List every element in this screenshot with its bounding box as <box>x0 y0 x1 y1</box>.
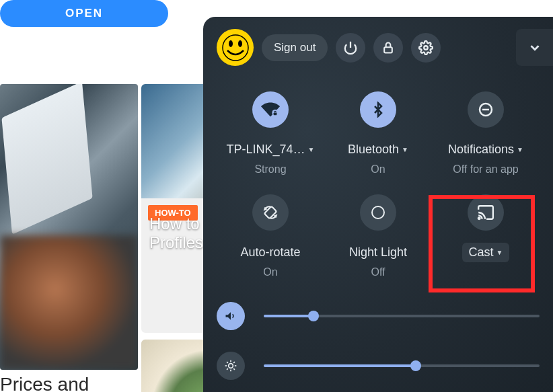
tile-label-text: Bluetooth <box>348 143 399 157</box>
svg-point-10 <box>372 206 384 219</box>
tile-sub: On <box>263 266 277 278</box>
volume-icon-button[interactable] <box>217 302 245 330</box>
tile-label-text: Cast <box>469 245 494 260</box>
brightness-icon-button[interactable] <box>217 352 245 380</box>
dropdown-arrow-icon: ▼ <box>402 146 408 153</box>
partial-headline: Prices and <box>0 374 89 392</box>
tile-label[interactable]: Bluetooth ▼ <box>341 140 415 159</box>
tile-label-text: Notifications <box>448 143 514 157</box>
tile-night-light[interactable]: Night Light Off <box>324 194 432 278</box>
svg-line-18 <box>233 368 235 370</box>
svg-point-11 <box>478 217 480 219</box>
gear-icon <box>418 40 433 55</box>
tile-label[interactable]: Notifications ▼ <box>441 140 530 159</box>
dropdown-arrow-icon: ▼ <box>517 146 523 153</box>
brightness-slider-row <box>217 352 540 380</box>
tile-label[interactable]: Night Light <box>342 243 414 262</box>
collapse-button[interactable] <box>516 29 553 66</box>
power-icon <box>343 40 358 55</box>
svg-line-17 <box>227 362 228 363</box>
power-button[interactable] <box>336 33 365 63</box>
brightness-icon <box>224 359 237 373</box>
wifi-icon <box>252 91 289 128</box>
dropdown-arrow-icon: ▼ <box>496 249 503 256</box>
quick-settings-panel: Sign out <box>203 17 553 392</box>
notifications-icon <box>468 91 504 128</box>
smiley-icon <box>222 34 249 61</box>
quick-settings-grid: TP-LINK_74… ▼ Strong Bluetooth ▼ On <box>217 91 540 278</box>
svg-point-12 <box>229 364 233 368</box>
tile-sub: Off <box>371 266 385 278</box>
svg-rect-6 <box>274 113 277 116</box>
tile-sub: On <box>371 163 385 175</box>
tile-label-text: Night Light <box>349 245 407 260</box>
background-content: HOW-TO How to Profiles HOW-TO Prices and <box>0 74 202 392</box>
avatar[interactable] <box>217 29 254 66</box>
lock-icon <box>381 41 395 54</box>
volume-slider[interactable] <box>264 315 540 317</box>
svg-point-0 <box>223 35 248 61</box>
tile-cast[interactable]: Cast ▼ <box>432 194 540 278</box>
bluetooth-icon <box>360 91 396 128</box>
volume-slider-row <box>217 302 540 330</box>
lock-button[interactable] <box>373 33 403 63</box>
brightness-slider[interactable] <box>264 364 540 367</box>
svg-line-20 <box>233 362 235 363</box>
tile-label-text: Auto-rotate <box>240 245 300 260</box>
settings-button[interactable] <box>411 33 441 63</box>
svg-line-19 <box>227 368 228 370</box>
tile-auto-rotate[interactable]: Auto-rotate On <box>217 194 324 278</box>
dropdown-arrow-icon: ▼ <box>308 146 315 153</box>
quick-settings-top-row: Sign out <box>217 29 540 66</box>
cast-icon <box>468 194 504 231</box>
tile-sub: Strong <box>254 163 286 175</box>
sign-out-button[interactable]: Sign out <box>262 34 328 61</box>
volume-icon <box>224 309 237 323</box>
tile-label[interactable]: TP-LINK_74… ▼ <box>220 140 322 159</box>
chevron-down-icon <box>527 40 542 55</box>
tile-sub: Off for an app <box>453 163 519 175</box>
svg-point-2 <box>238 40 242 47</box>
tile-label-text: TP-LINK_74… <box>227 143 305 157</box>
tile-bluetooth[interactable]: Bluetooth ▼ On <box>324 91 432 175</box>
night-light-icon <box>360 194 396 231</box>
svg-point-4 <box>425 46 429 50</box>
card-title: How to Profiles <box>141 208 211 259</box>
svg-rect-3 <box>385 47 393 52</box>
auto-rotate-icon <box>252 194 289 231</box>
open-button[interactable]: OPEN <box>0 0 168 27</box>
svg-point-1 <box>229 40 233 47</box>
sliders-section <box>217 302 540 380</box>
photo-laptop <box>0 84 138 370</box>
tile-wifi[interactable]: TP-LINK_74… ▼ Strong <box>217 91 324 175</box>
tile-label[interactable]: Auto-rotate <box>233 243 307 262</box>
tile-label[interactable]: Cast ▼ <box>462 243 510 262</box>
tile-notifications[interactable]: Notifications ▼ Off for an app <box>432 91 540 175</box>
